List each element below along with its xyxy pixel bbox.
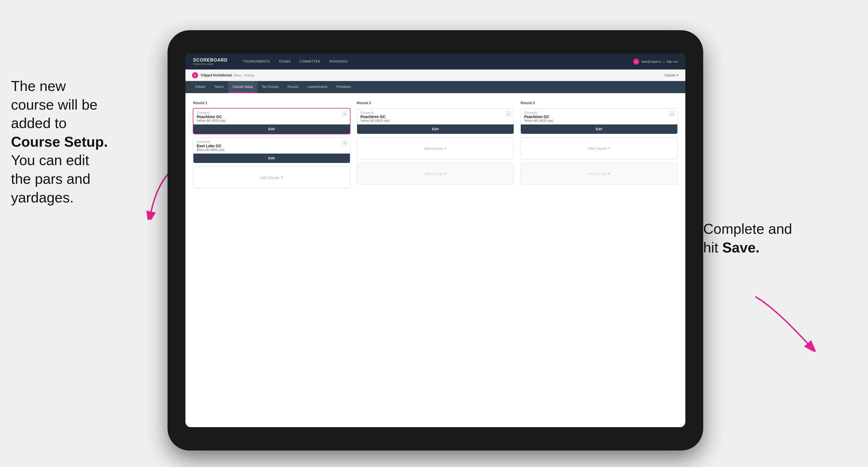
user-email: blair@clippd.io <box>641 60 661 63</box>
round2-course-a-edit-button[interactable]: Edit <box>357 124 514 134</box>
round1-course-a-delete[interactable]: ⊟ <box>342 111 347 116</box>
tab-printables[interactable]: Printables <box>332 81 355 93</box>
round1-course-b-name: East Lake GC <box>197 144 347 148</box>
rounds-grid: Round 1 (Course A) Peachtree GC Yellow (… <box>193 101 678 192</box>
nav-teams[interactable]: TEAMS <box>274 54 295 69</box>
round3-add-course-disabled-plus: + <box>608 171 610 176</box>
annotation-right-bold: Save. <box>722 240 760 255</box>
annotation-left-bold: Course Setup. <box>11 134 108 150</box>
round3-add-course-button[interactable]: Add Course + <box>521 137 678 159</box>
round2-course-a-card: (Course A) Peachtree GC Yellow (M) (6629… <box>357 108 514 134</box>
tab-details[interactable]: Details <box>191 81 210 93</box>
round2-add-course-label: Add Course <box>424 147 443 151</box>
cancel-label: Cancel <box>665 73 675 77</box>
round1-course-b-card: (Course B) East Lake GC Black (M) (6891 … <box>193 137 350 163</box>
round2-course-a-label: (Course A) <box>361 111 510 114</box>
round3-course-a-header: (Course A) Peachtree GC Yellow (M) (6629… <box>521 108 677 124</box>
nav-tournaments[interactable]: TOURNAMENTS <box>239 54 274 69</box>
arrow-right-icon <box>747 291 824 352</box>
tab-teams[interactable]: Teams <box>210 81 228 93</box>
annotation-right-line2: hit <box>703 240 722 255</box>
round-2-col: Round 2 (Course A) Peachtree GC Yellow (… <box>357 101 514 192</box>
tab-bar: Details Teams Course Setup Tee Groups Re… <box>185 81 685 93</box>
annotation-left-line2: course will be <box>11 97 97 113</box>
round3-add-course-disabled-button: Add Course + <box>521 163 678 185</box>
round2-add-course-disabled-button: Add Course + <box>357 163 514 185</box>
round2-add-course-plus: + <box>444 146 446 151</box>
round-1-col: Round 1 (Course A) Peachtree GC Yellow (… <box>193 101 350 192</box>
round1-add-course-button[interactable]: Add Course + <box>193 166 350 188</box>
round2-course-a-header: (Course A) Peachtree GC Yellow (M) (6629… <box>357 108 514 124</box>
round1-course-b-header: (Course B) East Lake GC Black (M) (6891 … <box>193 137 350 154</box>
brand: SCOREBOARD Powered by clippd <box>193 58 228 65</box>
nav-committee[interactable]: COMMITTEE <box>295 54 325 69</box>
round2-course-a-name: Peachtree GC <box>361 115 510 119</box>
cancel-button[interactable]: Cancel ✕ <box>665 73 679 77</box>
round3-course-a-card: (Course A) Peachtree GC Yellow (M) (6629… <box>521 108 678 134</box>
round2-add-course-disabled-label: Add Course <box>424 172 443 176</box>
annotation-left-line1: The new <box>11 78 66 94</box>
tab-tee-groups[interactable]: Tee Groups <box>257 81 283 93</box>
brand-title: SCOREBOARD <box>193 58 228 62</box>
annotation-left-line6: yardages. <box>11 190 73 206</box>
tablet-device: SCOREBOARD Powered by clippd TOURNAMENTS… <box>167 30 703 450</box>
round2-course-a-tee: Yellow (M) (6629 yds) <box>361 119 510 122</box>
tournament-logo: C <box>192 72 198 78</box>
round-3-label: Round 3 <box>521 101 678 105</box>
round1-course-a-edit-button[interactable]: Edit <box>193 124 350 134</box>
nav-separator: | <box>663 60 664 63</box>
annotation-right-line1: Complete and <box>703 221 792 237</box>
tab-course-setup[interactable]: Course Setup <box>228 81 257 93</box>
round2-add-course-disabled-plus: + <box>444 171 446 176</box>
round1-course-b-delete[interactable]: ⊟ <box>342 141 347 145</box>
brand-sub: Powered by clippd <box>193 63 228 65</box>
round3-course-a-delete[interactable]: ⊟ <box>670 111 675 116</box>
tablet-screen: SCOREBOARD Powered by clippd TOURNAMENTS… <box>185 54 685 427</box>
round1-course-a-header: (Course A) Peachtree GC Yellow (M) (6629… <box>193 108 350 124</box>
round-3-col: Round 3 (Course A) Peachtree GC Yellow (… <box>521 101 678 192</box>
round3-add-course-label: Add Course <box>588 147 607 151</box>
sign-out-link[interactable]: Sign out <box>666 60 678 63</box>
main-content: Round 1 (Course A) Peachtree GC Yellow (… <box>185 93 685 427</box>
round3-course-a-name: Peachtree GC <box>524 115 674 119</box>
annotation-left-line3: added to <box>11 115 66 131</box>
annotation-left-line5: the pars and <box>11 171 90 187</box>
round2-course-a-delete[interactable]: ⊟ <box>506 111 511 116</box>
nav-rankings[interactable]: RANKINGS <box>325 54 352 69</box>
annotation-left: The new course will be added to Course S… <box>11 77 143 207</box>
round1-course-a-card: (Course A) Peachtree GC Yellow (M) (6629… <box>193 108 350 134</box>
round1-add-course-plus: + <box>280 175 283 180</box>
tournament-status: Hosting <box>244 73 254 77</box>
user-avatar: b <box>633 59 639 65</box>
round1-course-b-label: (Course B) <box>197 141 347 144</box>
annotation-left-line4: You can edit <box>11 152 89 168</box>
round-2-label: Round 2 <box>357 101 514 105</box>
round3-course-a-edit-button[interactable]: Edit <box>521 124 677 134</box>
round1-course-a-tee: Yellow (M) (6629 yds) <box>197 119 347 122</box>
round1-course-b-tee: Black (M) (6891 yds) <box>197 148 347 151</box>
nav-right: b blair@clippd.io | Sign out <box>633 59 678 65</box>
round1-add-course-label: Add Course <box>260 176 279 180</box>
round3-add-course-plus: + <box>608 146 610 151</box>
round3-course-a-label: (Course A) <box>524 111 674 114</box>
round1-course-a-label: (Course A) <box>197 111 347 114</box>
round3-add-course-disabled-label: Add Course <box>588 172 607 176</box>
round1-course-a-name: Peachtree GC <box>197 115 347 119</box>
tab-leaderboards[interactable]: Leaderboards <box>303 81 332 93</box>
round1-course-b-edit-button[interactable]: Edit <box>193 154 350 163</box>
tournament-bar: C Clippd Invitational (Men) Hosting Canc… <box>185 69 685 81</box>
top-nav: SCOREBOARD Powered by clippd TOURNAMENTS… <box>185 54 685 69</box>
round-1-label: Round 1 <box>193 101 350 105</box>
nav-links: TOURNAMENTS TEAMS COMMITTEE RANKINGS <box>239 54 633 69</box>
tournament-name: Clippd Invitational <box>201 73 232 77</box>
annotation-right: Complete and hit Save. <box>703 220 808 257</box>
tab-results[interactable]: Results <box>283 81 303 93</box>
round3-course-a-tee: Yellow (M) (6629 yds) <box>524 119 674 122</box>
cancel-icon: ✕ <box>676 73 679 77</box>
tournament-division: (Men) <box>234 73 242 77</box>
round2-add-course-button[interactable]: Add Course + <box>357 137 514 159</box>
